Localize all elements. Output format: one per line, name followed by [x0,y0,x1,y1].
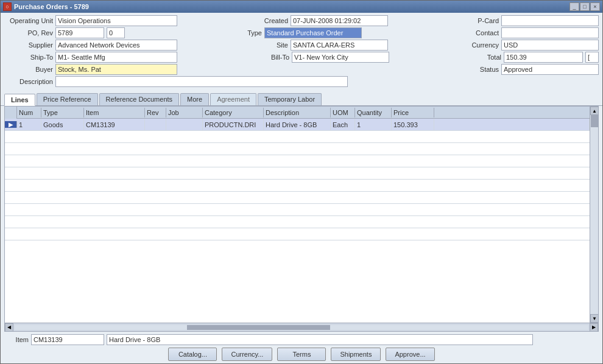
cell-type: Goods [41,119,84,130]
col-num: Num [17,108,41,117]
main-window: ○ Purchase Orders - 5789 _ □ × Operating… [0,0,603,364]
table-header: Num Type Item Rev Job Category Descripti… [5,107,590,119]
cell-quantity: 1 [355,119,392,130]
col-description: Description [264,108,331,117]
cell-rev [145,119,166,130]
col-price: Price [392,108,434,117]
table-row [5,180,590,192]
col-quantity: Quantity [355,108,392,117]
type-input[interactable] [264,27,362,38]
created-input [291,15,388,26]
currency-button[interactable]: Currency... [222,348,272,361]
item-input[interactable] [31,334,104,345]
table-row [5,155,590,167]
tab-lines[interactable]: Lines [4,94,35,106]
operating-unit-input[interactable] [55,15,177,26]
action-buttons: Catalog... Currency... Terms Shipments A… [4,348,599,361]
cell-price: 150.393 [392,119,434,130]
row-selector[interactable]: ▶ [5,121,17,128]
po-rev-num-input[interactable] [107,27,125,38]
window-icon: ○ [3,2,12,11]
site-label: Site [252,41,288,49]
scroll-thumb[interactable] [591,115,598,127]
bill-to-input[interactable] [292,52,389,63]
cell-item: CM13139 [84,119,145,130]
approve-button[interactable]: Approve... [386,348,434,361]
h-scroll-track [15,325,588,330]
col-rev: Rev [145,108,166,117]
ship-to-label: Ship-To [4,54,53,61]
tab-temporary-labor[interactable]: Temporary Labor [258,93,322,105]
form-area: Operating Unit Created P-Card PO, Rev Ty… [1,13,602,91]
item-label: Item [4,336,29,343]
cell-description: Hard Drive - 8GB [264,119,331,130]
type-label: Type [225,29,262,37]
tab-price-reference[interactable]: Price Reference [37,93,98,105]
ship-to-input[interactable] [55,52,177,63]
cell-num: 1 [17,119,41,130]
table-row [5,167,590,180]
tabs-bar: Lines Price Reference Reference Document… [1,91,602,106]
catalog-button[interactable]: Catalog... [168,348,217,361]
table-row [5,216,590,228]
close-button[interactable]: × [590,2,600,11]
col-type: Type [41,108,84,117]
minimize-button[interactable]: _ [570,2,579,11]
table-row [5,143,590,155]
table-row[interactable]: ▶ 1 Goods CM13139 PRODUCTN.DRI Hard Driv… [5,119,590,131]
status-label: Status [462,66,499,73]
po-rev-input[interactable] [55,27,104,38]
col-uom: UOM [331,108,355,117]
cell-category: PRODUCTN.DRI [203,119,264,130]
status-input [501,64,599,75]
table-row [5,192,590,204]
scroll-right-btn[interactable]: ▶ [590,323,598,332]
vertical-scrollbar[interactable]: ▲ ▼ [590,107,598,323]
cell-extra [434,119,590,130]
h-scroll-thumb[interactable] [187,325,331,330]
created-label: Created [252,17,288,24]
supplier-input[interactable] [55,40,177,51]
description-label: Description [4,78,53,85]
restore-button[interactable]: □ [580,2,590,11]
scroll-track [590,115,598,314]
title-bar: ○ Purchase Orders - 5789 _ □ × [1,1,602,13]
scroll-up-btn[interactable]: ▲ [590,107,598,115]
bill-to-label: Bill-To [253,54,289,61]
shipments-button[interactable]: Shipments [331,348,381,361]
buyer-input[interactable] [55,64,177,75]
description-input[interactable] [55,76,348,87]
tab-reference-documents[interactable]: Reference Documents [99,93,179,105]
bottom-area: Item Catalog... Currency... Terms Shipme… [1,332,602,363]
contact-label: Contact [462,29,499,37]
col-category: Category [203,108,264,117]
pcard-input[interactable] [501,15,599,26]
scroll-left-btn[interactable]: ◀ [5,323,13,332]
table-row [5,131,590,143]
currency-label: Currency [462,41,499,49]
total-btn[interactable] [585,52,599,63]
operating-unit-label: Operating Unit [4,17,53,24]
total-label: Total [465,54,501,61]
buyer-label: Buyer [4,66,53,73]
tab-more[interactable]: More [180,93,209,105]
supplier-label: Supplier [4,41,53,49]
col-job: Job [166,108,203,117]
pcard-label: P-Card [462,17,499,24]
window-title: Purchase Orders - 5789 [14,3,89,10]
po-rev-label: PO, Rev [4,29,53,37]
cell-uom: Each [331,119,355,130]
table-row [5,228,590,240]
total-input [504,52,583,63]
table-row [5,204,590,216]
site-input[interactable] [291,40,388,51]
currency-input[interactable] [501,40,599,51]
scroll-down-btn[interactable]: ▼ [590,314,598,323]
contact-input[interactable] [501,27,599,38]
col-item: Item [84,108,145,117]
horizontal-scrollbar[interactable]: ◀ ▶ [5,323,598,331]
tab-agreement[interactable]: Agreement [210,93,256,105]
cell-job [166,119,203,130]
terms-button[interactable]: Terms [277,348,326,361]
item-desc-input [107,334,533,345]
